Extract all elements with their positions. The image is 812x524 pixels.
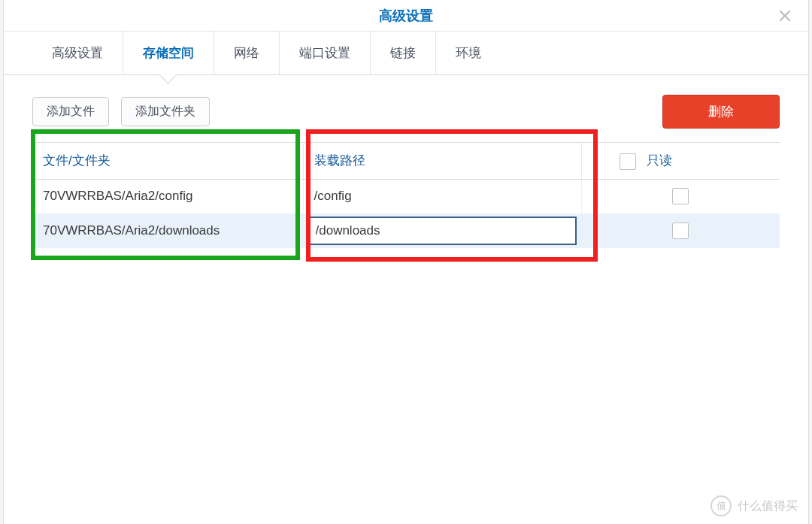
watermark: 值 什么值得买 <box>710 495 798 516</box>
cell-readonly <box>581 179 780 214</box>
tab-bar: 高级设置 存储空间 网络 端口设置 链接 环境 <box>4 32 808 75</box>
tab-port-settings[interactable]: 端口设置 <box>280 32 371 74</box>
mount-path-input[interactable] <box>308 217 577 245</box>
tab-environment[interactable]: 环境 <box>436 32 501 74</box>
toolbar: 添加文件 添加文件夹 删除 <box>4 75 808 142</box>
cell-file-folder[interactable]: 70VWRRBAS/Aria2/downloads <box>32 214 303 248</box>
cell-mount-path[interactable] <box>303 214 581 248</box>
advanced-settings-dialog: 高级设置 高级设置 存储空间 网络 端口设置 链接 环境 添加文件 添加文件夹 … <box>3 0 809 524</box>
add-folder-button[interactable]: 添加文件夹 <box>121 97 210 126</box>
volume-table-wrap: 文件/文件夹 装载路径 只读 70VWRRBAS/Aria2/config /c… <box>4 142 808 248</box>
dialog-header: 高级设置 <box>4 0 808 32</box>
tab-advanced-settings[interactable]: 高级设置 <box>32 32 123 74</box>
table-row[interactable]: 70VWRRBAS/Aria2/config /config <box>32 179 780 214</box>
watermark-text: 什么值得买 <box>738 498 798 514</box>
add-file-button[interactable]: 添加文件 <box>32 97 109 126</box>
close-icon <box>778 9 792 23</box>
tab-links[interactable]: 链接 <box>371 32 436 74</box>
table-header-row: 文件/文件夹 装载路径 只读 <box>32 143 780 180</box>
table-row[interactable]: 70VWRRBAS/Aria2/downloads <box>32 214 780 248</box>
readonly-checkbox[interactable] <box>672 223 689 239</box>
readonly-checkbox[interactable] <box>672 188 689 204</box>
watermark-badge-icon: 值 <box>710 495 732 516</box>
dialog-title: 高级设置 <box>379 7 433 25</box>
readonly-header-checkbox[interactable] <box>620 153 636 170</box>
cell-readonly <box>581 214 780 248</box>
column-header-readonly[interactable]: 只读 <box>581 143 780 180</box>
cell-file-folder[interactable]: 70VWRRBAS/Aria2/config <box>32 179 303 214</box>
column-header-mount-path[interactable]: 装载路径 <box>303 143 581 180</box>
readonly-header-label: 只读 <box>647 153 672 168</box>
cell-mount-path[interactable]: /config <box>303 179 581 214</box>
volume-table: 文件/文件夹 装载路径 只读 70VWRRBAS/Aria2/config /c… <box>32 142 780 248</box>
close-button[interactable] <box>775 6 795 26</box>
tab-storage[interactable]: 存储空间 <box>123 32 214 74</box>
delete-button[interactable]: 删除 <box>662 95 780 129</box>
column-header-file-folder[interactable]: 文件/文件夹 <box>32 143 303 180</box>
tab-network[interactable]: 网络 <box>214 32 280 74</box>
